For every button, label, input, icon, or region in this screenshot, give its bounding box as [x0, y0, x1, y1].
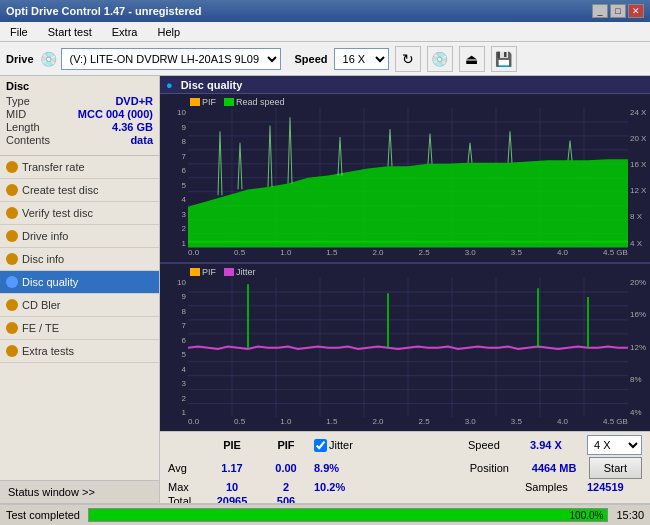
position-label: Position	[470, 462, 530, 474]
max-label: Max	[168, 481, 204, 493]
maximize-button[interactable]: □	[610, 4, 626, 18]
disc-quality-icon	[6, 276, 18, 288]
sidebar-item-create-test-disc[interactable]: Create test disc	[0, 179, 159, 202]
extra-tests-icon	[6, 345, 18, 357]
chart-main-title: Disc quality	[181, 79, 243, 91]
disc-length-label: Length	[6, 121, 40, 133]
chart-bottom-svg	[188, 278, 628, 418]
menu-file[interactable]: File	[4, 25, 34, 39]
drive-info-icon	[6, 230, 18, 242]
legend-pif-label: PIF	[202, 97, 216, 107]
legend-jitter-label: Jitter	[236, 267, 256, 277]
speed-dropdown[interactable]: 16 X	[334, 48, 389, 70]
status-window-button[interactable]: Status window >>	[0, 480, 159, 503]
drive-label: Drive	[6, 53, 34, 65]
speed-label: Speed	[295, 53, 328, 65]
start-button[interactable]: Start	[589, 457, 642, 479]
chart-top-x-axis: 0.0 0.5 1.0 1.5 2.0 2.5 3.0 3.5 4.0 4.5 …	[188, 248, 628, 262]
title-bar: Opti Drive Control 1.47 - unregistered _…	[0, 0, 650, 22]
avg-pie: 1.17	[206, 462, 258, 474]
verify-test-icon	[6, 207, 18, 219]
legend-pif2: PIF	[190, 267, 216, 277]
sidebar-item-disc-quality[interactable]: Disc quality	[0, 271, 159, 294]
disc-info-icon	[6, 253, 18, 265]
total-label: Total	[168, 495, 204, 503]
legend-read-speed: Read speed	[224, 97, 285, 107]
avg-pif: 0.00	[260, 462, 312, 474]
drive-dropdown[interactable]: (V:) LITE-ON DVDRW LH-20A1S 9L09	[61, 48, 281, 70]
window-controls: _ □ ✕	[592, 4, 644, 18]
chart-icon: ●	[166, 79, 173, 91]
jitter-checkbox-label[interactable]: Jitter	[314, 439, 394, 452]
progress-label: 100.0%	[570, 509, 604, 523]
legend-pif2-label: PIF	[202, 267, 216, 277]
menu-help[interactable]: Help	[151, 25, 186, 39]
legend-read-speed-color	[224, 98, 234, 106]
minimize-button[interactable]: _	[592, 4, 608, 18]
stats-total-row: Total 20965 506	[168, 495, 642, 503]
disc-contents-value: data	[130, 134, 153, 146]
cd-bler-icon	[6, 299, 18, 311]
chart-header: ● Disc quality	[160, 76, 650, 94]
sidebar: Disc Type DVD+R MID MCC 004 (000) Length…	[0, 76, 160, 503]
disc-type-label: Type	[6, 95, 30, 107]
eject-button[interactable]: ⏏	[459, 46, 485, 72]
status-window-label: Status window >>	[8, 486, 95, 498]
refresh-button[interactable]: ↻	[395, 46, 421, 72]
menu-bar: File Start test Extra Help	[0, 22, 650, 42]
col-pif-header: PIF	[260, 439, 312, 451]
sidebar-item-drive-info[interactable]: Drive info	[0, 225, 159, 248]
disc-contents-label: Contents	[6, 134, 50, 146]
chart-bottom-x-axis: 0.0 0.5 1.0 1.5 2.0 2.5 3.0 3.5 4.0 4.5 …	[188, 417, 628, 431]
menu-start-test[interactable]: Start test	[42, 25, 98, 39]
disc-button[interactable]: 💿	[427, 46, 453, 72]
menu-extra[interactable]: Extra	[106, 25, 144, 39]
svg-marker-18	[188, 159, 628, 247]
avg-jitter: 8.9%	[314, 462, 394, 474]
close-button[interactable]: ✕	[628, 4, 644, 18]
sidebar-item-transfer-rate[interactable]: Transfer rate	[0, 156, 159, 179]
chart-bottom-y-right: 4% 8% 12% 16% 20%	[628, 278, 650, 418]
disc-length-value: 4.36 GB	[112, 121, 153, 133]
speed-select-stats[interactable]: 4 X 8 X 16 X	[587, 435, 642, 455]
main-content: Disc Type DVD+R MID MCC 004 (000) Length…	[0, 76, 650, 503]
sidebar-item-extra-tests[interactable]: Extra tests	[0, 340, 159, 363]
legend-pif2-color	[190, 268, 200, 276]
sidebar-item-disc-info[interactable]: Disc info	[0, 248, 159, 271]
stats-header-row: PIE PIF Jitter Speed 3.94 X 4 X 8 X 16 X	[168, 435, 642, 455]
max-pie: 10	[206, 481, 258, 493]
max-pif: 2	[260, 481, 312, 493]
sidebar-item-verify-test-disc[interactable]: Verify test disc	[0, 202, 159, 225]
fe-te-icon	[6, 322, 18, 334]
chart-bottom: PIF Jitter 1 2 3 4 5 6 7 8 9 10	[160, 264, 650, 432]
sidebar-item-cd-bler[interactable]: CD Bler	[0, 294, 159, 317]
samples-value: 124519	[587, 481, 642, 493]
create-test-icon	[6, 184, 18, 196]
disc-section-title: Disc	[6, 80, 153, 92]
avg-label: Avg	[168, 462, 204, 474]
chart-bottom-legend: PIF Jitter	[190, 265, 628, 279]
speed-right-value: 3.94 X	[530, 439, 585, 451]
sidebar-item-fe-te[interactable]: FE / TE	[0, 317, 159, 340]
chart-top-svg	[188, 108, 628, 248]
max-jitter: 10.2%	[314, 481, 394, 493]
speed-right-label: Speed	[468, 439, 528, 451]
col-pie-header: PIE	[206, 439, 258, 451]
jitter-checkbox[interactable]	[314, 439, 327, 452]
status-text: Test completed	[6, 509, 80, 521]
save-button[interactable]: 💾	[491, 46, 517, 72]
total-pif: 506	[260, 495, 312, 503]
total-pie: 20965	[206, 495, 258, 503]
stats-bar: PIE PIF Jitter Speed 3.94 X 4 X 8 X 16 X…	[160, 431, 650, 503]
progress-bar: 100.0%	[88, 508, 608, 522]
window-title: Opti Drive Control 1.47 - unregistered	[6, 5, 202, 17]
nav-items: Transfer rate Create test disc Verify te…	[0, 156, 159, 480]
transfer-rate-icon	[6, 161, 18, 173]
chart-bottom-y-left: 1 2 3 4 5 6 7 8 9 10	[160, 278, 188, 418]
disc-mid-row: MID MCC 004 (000)	[6, 108, 153, 120]
disc-contents-row: Contents data	[6, 134, 153, 146]
disc-mid-label: MID	[6, 108, 26, 120]
chart-top: PIF Read speed 1 2 3 4 5 6 7 8 9 10	[160, 94, 650, 264]
time-label: 15:30	[616, 509, 644, 521]
disc-mid-value: MCC 004 (000)	[78, 108, 153, 120]
